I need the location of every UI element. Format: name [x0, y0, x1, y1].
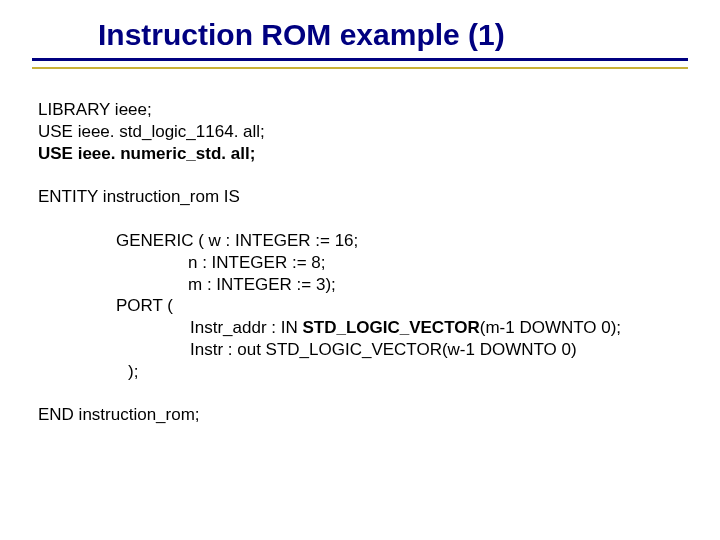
code-line: ); — [38, 361, 720, 383]
code-line: END instruction_rom; — [38, 404, 720, 426]
code-line: USE ieee. numeric_std. all; — [38, 143, 720, 165]
code-line: LIBRARY ieee; — [38, 99, 720, 121]
code-line: PORT ( — [38, 295, 720, 317]
code-text-bold: STD_LOGIC_VECTOR — [302, 318, 479, 337]
code-line: USE ieee. std_logic_1164. all; — [38, 121, 720, 143]
code-text: (m-1 DOWNTO 0); — [480, 318, 621, 337]
code-line: Instr_addr : IN STD_LOGIC_VECTOR(m-1 DOW… — [38, 317, 720, 339]
code-body: LIBRARY ieee; USE ieee. std_logic_1164. … — [38, 99, 720, 426]
code-line: GENERIC ( w : INTEGER := 16; — [38, 230, 720, 252]
code-text: Instr_addr : IN — [190, 318, 302, 337]
slide-title: Instruction ROM example (1) — [98, 18, 720, 52]
slide: Instruction ROM example (1) LIBRARY ieee… — [0, 18, 720, 540]
title-rule — [32, 58, 688, 69]
code-line: ENTITY instruction_rom IS — [38, 186, 720, 208]
code-line: m : INTEGER := 3); — [38, 274, 720, 296]
code-line: Instr : out STD_LOGIC_VECTOR(w-1 DOWNTO … — [38, 339, 720, 361]
code-line: n : INTEGER := 8; — [38, 252, 720, 274]
